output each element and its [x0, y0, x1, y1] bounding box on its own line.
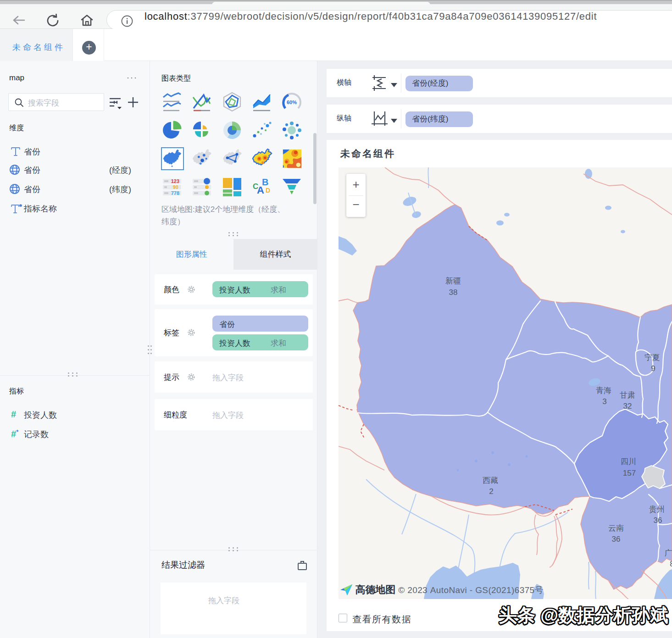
- svg-text:36: 36: [612, 535, 621, 544]
- svg-text:西藏: 西藏: [483, 476, 498, 485]
- svg-text:2: 2: [489, 487, 493, 496]
- svg-text:贵州: 贵州: [649, 505, 665, 514]
- svg-text:9: 9: [651, 364, 655, 373]
- svg-text:90: 90: [173, 184, 178, 190]
- svg-text:8: 8: [670, 560, 672, 568]
- svg-text:123: 123: [171, 178, 179, 184]
- svg-text:青海: 青海: [596, 386, 611, 395]
- svg-text:A: A: [257, 184, 264, 196]
- svg-text:云南: 云南: [608, 524, 624, 533]
- svg-text:3: 3: [602, 397, 606, 406]
- svg-text:157: 157: [623, 469, 636, 477]
- svg-text:宁夏: 宁夏: [644, 353, 660, 362]
- svg-text:38: 38: [449, 288, 458, 297]
- svg-text:四川: 四川: [621, 457, 636, 466]
- svg-text:广: 广: [665, 549, 672, 557]
- svg-text:32: 32: [623, 402, 632, 411]
- svg-text:36: 36: [654, 516, 662, 525]
- svg-text:778: 778: [171, 190, 179, 196]
- svg-text:60%: 60%: [287, 100, 297, 105]
- svg-text:甘肃: 甘肃: [620, 391, 635, 399]
- svg-text:新疆: 新疆: [445, 277, 461, 285]
- svg-text:D: D: [266, 187, 270, 194]
